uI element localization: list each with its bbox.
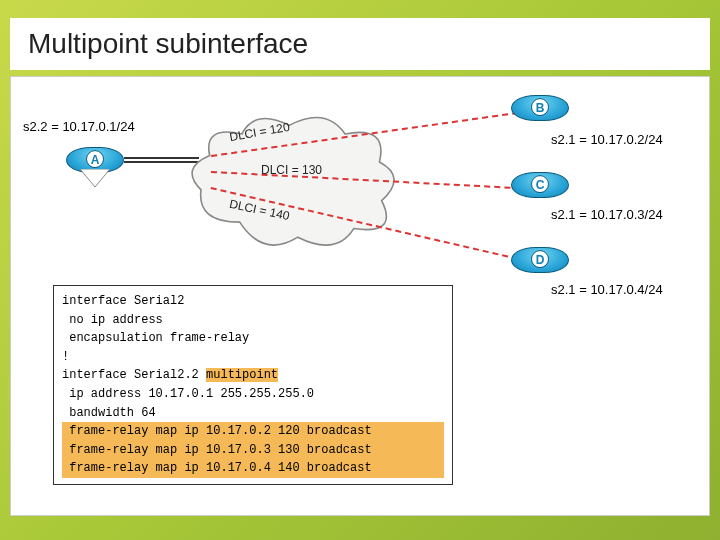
config-line: ip address 10.17.0.1 255.255.255.0	[62, 385, 444, 404]
router-b-icon: B	[511, 95, 569, 135]
router-a-icon: A	[66, 147, 124, 187]
config-box: interface Serial2 no ip address encapsul…	[53, 285, 453, 485]
config-line: interface Serial2.2 multipoint	[62, 366, 444, 385]
router-a-address: s2.2 = 10.17.0.1/24	[23, 119, 135, 134]
config-line-highlighted: frame-relay map ip 10.17.0.4 140 broadca…	[62, 459, 444, 478]
config-line: interface Serial2	[62, 292, 444, 311]
config-line: no ip address	[62, 311, 444, 330]
config-line-highlighted: frame-relay map ip 10.17.0.2 120 broadca…	[62, 422, 444, 441]
config-line: bandwidth 64	[62, 404, 444, 423]
diagram-area: s2.2 = 10.17.0.1/24 s2.1 = 10.17.0.2/24 …	[10, 76, 710, 516]
slide-title: Multipoint subinterface	[10, 18, 710, 70]
svg-marker-0	[80, 169, 110, 187]
router-c-icon: C	[511, 172, 569, 212]
config-line-highlighted: frame-relay map ip 10.17.0.3 130 broadca…	[62, 441, 444, 460]
config-line: !	[62, 348, 444, 367]
config-line: encapsulation frame-relay	[62, 329, 444, 348]
router-d-icon: D	[511, 247, 569, 287]
